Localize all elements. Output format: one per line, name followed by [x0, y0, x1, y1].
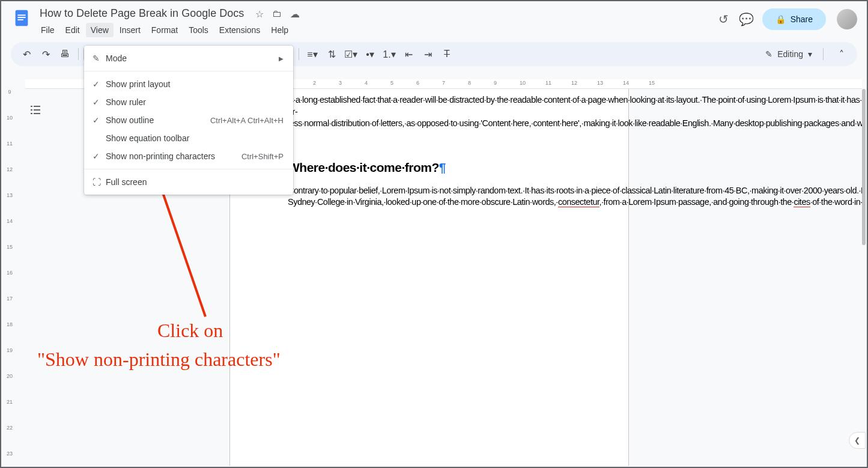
menu-bar: File Edit View Insert Format Tools Exten… — [36, 23, 717, 37]
move-icon[interactable]: 🗀 — [272, 8, 282, 20]
app-header: How to Delete Page Break in Google Docs … — [1, 1, 867, 37]
menu-help[interactable]: Help — [266, 23, 293, 37]
body-text-err: cites — [794, 197, 810, 207]
check-icon: ✓ — [93, 115, 106, 125]
check-icon: ✓ — [93, 97, 106, 107]
body-text-err: consectetur — [558, 197, 599, 207]
star-icon[interactable]: ☆ — [255, 8, 264, 20]
submenu-arrow-icon: ▶ — [279, 55, 284, 62]
increase-indent-button[interactable]: ⇥ — [419, 46, 436, 62]
svg-rect-4 — [31, 106, 32, 107]
svg-rect-3 — [17, 19, 23, 20]
heading-text: Where·does·it·come·from? — [288, 160, 439, 174]
clear-formatting-button[interactable]: T — [439, 46, 455, 62]
body-text: ,·from·a·Lorem·Ipsum·passage,·and·going·… — [599, 197, 794, 207]
chevron-down-icon: ▾ — [808, 49, 812, 59]
history-icon[interactable]: ↺ — [717, 12, 731, 26]
undo-button[interactable]: ↶ — [18, 46, 35, 62]
share-button[interactable]: 🔒 Share — [762, 8, 826, 30]
menu-view[interactable]: View — [86, 23, 114, 37]
svg-rect-2 — [17, 17, 25, 18]
cloud-status-icon[interactable]: ☁ — [290, 8, 300, 20]
header-right: ↺ 💬 🔒 Share — [717, 6, 857, 30]
side-panel-toggle[interactable]: ❮ — [849, 432, 866, 449]
pencil-icon: ✎ — [93, 53, 106, 63]
redo-button[interactable]: ↷ — [37, 46, 54, 62]
collapse-toolbar-button[interactable]: ˄ — [833, 46, 850, 62]
account-avatar[interactable] — [837, 9, 857, 29]
numbered-list-button[interactable]: 1.▾ — [381, 46, 398, 62]
body-text: ·of·the·word·in·classical·literature,·di… — [810, 197, 862, 207]
dd-show-print-layout[interactable]: ✓ Show print layout — [84, 75, 293, 93]
separator — [78, 48, 79, 60]
pilcrow-icon: ¶ — [439, 160, 446, 174]
comments-icon[interactable]: 💬 — [739, 12, 754, 26]
check-icon: ✓ — [93, 79, 106, 89]
menu-file[interactable]: File — [36, 23, 59, 37]
align-button[interactable]: ≡▾ — [304, 46, 321, 62]
menu-edit[interactable]: Edit — [61, 23, 85, 37]
check-icon: ✓ — [93, 151, 106, 161]
svg-rect-7 — [34, 109, 40, 111]
decrease-indent-button[interactable]: ⇤ — [400, 46, 417, 62]
share-label: Share — [791, 14, 813, 24]
print-button[interactable]: 🖶 — [56, 46, 73, 62]
dd-show-outline[interactable]: ✓ Show outline Ctrl+Alt+A Ctrl+Alt+H — [84, 111, 293, 129]
svg-rect-5 — [34, 106, 40, 107]
separator — [84, 169, 293, 169]
editing-mode-button[interactable]: Editing ▾ — [759, 47, 818, 61]
dd-show-ruler[interactable]: ✓ Show ruler — [84, 93, 293, 111]
docs-logo[interactable] — [11, 7, 32, 29]
separator — [823, 48, 824, 60]
checklist-button[interactable]: ☑▾ — [342, 46, 359, 62]
separator — [84, 71, 293, 71]
menu-format[interactable]: Format — [147, 23, 183, 37]
line-spacing-button[interactable]: ⇅ — [323, 46, 340, 62]
svg-rect-8 — [31, 113, 32, 114]
document-title[interactable]: How to Delete Page Break in Google Docs — [36, 6, 247, 21]
menu-insert[interactable]: Insert — [115, 23, 145, 37]
view-dropdown: ✎ Mode ▶ ✓ Show print layout ✓ Show rule… — [84, 46, 293, 195]
menu-extensions[interactable]: Extensions — [214, 23, 265, 37]
vertical-ruler[interactable]: 91011121314151617181920212223 — [5, 89, 14, 466]
svg-rect-9 — [34, 113, 40, 114]
body-text: is·a·long·established·fact·that·a·reader… — [288, 95, 862, 128]
dd-full-screen[interactable]: ⛶ Full screen — [84, 173, 293, 191]
separator — [299, 48, 299, 60]
dd-show-equation-toolbar[interactable]: Show equation toolbar — [84, 129, 293, 147]
menu-tools[interactable]: Tools — [184, 23, 213, 37]
dd-show-nonprinting[interactable]: ✓ Show non-printing characters Ctrl+Shif… — [84, 147, 293, 165]
lock-icon: 🔒 — [775, 14, 786, 24]
svg-rect-6 — [31, 109, 32, 111]
scrollbar-vertical[interactable] — [862, 89, 866, 466]
title-area: How to Delete Page Break in Google Docs … — [36, 6, 717, 37]
scroll-thumb[interactable] — [862, 89, 866, 245]
fullscreen-icon: ⛶ — [93, 177, 106, 187]
editing-mode-label: Editing — [777, 49, 803, 59]
show-outline-button[interactable] — [25, 100, 46, 120]
svg-rect-1 — [17, 14, 25, 16]
bulleted-list-button[interactable]: •▾ — [362, 46, 378, 62]
dd-mode[interactable]: ✎ Mode ▶ — [84, 49, 293, 67]
